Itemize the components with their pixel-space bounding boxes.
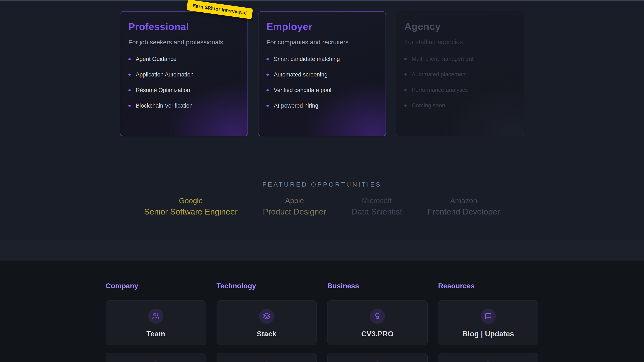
- plan-card-agency: Agency For staffing agencies Multi-clien…: [396, 11, 524, 136]
- job-role: Product Designer: [263, 206, 326, 217]
- plan-feature: Smart candidate matching: [266, 56, 378, 62]
- plan-feature: AI-powered hiring: [266, 103, 378, 109]
- award-icon: [370, 309, 385, 324]
- featured-section: FEATURED OPPORTUNITIES Google Senior Sof…: [0, 156, 644, 240]
- bullet-dot-icon: [266, 89, 269, 91]
- bullet-dot-icon: [266, 58, 269, 60]
- plan-feature: Application Automation: [128, 71, 240, 78]
- plan-feature-list: Smart candidate matching Automated scree…: [266, 56, 378, 109]
- plan-feature-list: Agent Guidance Application Automation Ré…: [128, 56, 240, 109]
- footer-card-partial[interactable]: [438, 353, 538, 362]
- plan-feature: Verified candidate pool: [266, 87, 378, 93]
- job-company: Apple: [263, 196, 326, 205]
- featured-job-google[interactable]: Google Senior Software Engineer: [144, 196, 238, 217]
- plan-subtitle: For job seekers and professionals: [128, 39, 240, 46]
- featured-job-apple[interactable]: Apple Product Designer: [263, 196, 326, 217]
- footer-column-company: Company Team: [106, 282, 206, 362]
- footer-card-label: CV3.PRO: [361, 330, 394, 338]
- bullet-dot-icon: [128, 58, 131, 60]
- bullet-dot-icon: [404, 58, 406, 60]
- footer-heading: Technology: [216, 282, 317, 290]
- plan-feature: Agent Guidance: [128, 56, 240, 62]
- plan-subtitle: For companies and recruiters: [266, 39, 378, 46]
- footer-card-cv3pro[interactable]: CV3.PRO: [327, 300, 428, 345]
- bullet-dot-icon: [404, 104, 406, 107]
- featured-job-amazon[interactable]: Amazon Frontend Developer: [428, 196, 500, 217]
- footer-column-technology: Technology Stack: [216, 282, 317, 362]
- plan-feature: Automated screening: [266, 71, 378, 78]
- footer-section: Company Team Technology Stack: [0, 261, 644, 362]
- job-role: Data Scientist: [352, 206, 402, 217]
- footer-card-partial[interactable]: [106, 353, 206, 362]
- footer-heading: Resources: [438, 282, 538, 290]
- footer-grid: Company Team Technology Stack: [106, 282, 538, 362]
- job-company: Google: [144, 196, 238, 205]
- plan-title: Professional: [128, 21, 240, 32]
- job-role: Senior Software Engineer: [144, 206, 238, 217]
- plan-title: Agency: [404, 20, 516, 32]
- bullet-dot-icon: [266, 105, 269, 107]
- bullet-dot-icon: [404, 89, 406, 91]
- footer-card-stack[interactable]: Stack: [216, 300, 317, 345]
- bullet-dot-icon: [266, 74, 269, 76]
- divider-strip: [0, 240, 644, 261]
- plan-feature: Blockchain Verification: [128, 103, 240, 109]
- footer-column-business: Business CV3.PRO: [327, 282, 428, 362]
- job-company: Microsoft: [352, 196, 402, 205]
- plan-title: Employer: [266, 21, 378, 32]
- footer-heading: Business: [327, 282, 428, 290]
- footer-card-partial[interactable]: [216, 353, 317, 362]
- plans-row: Professional For job seekers and profess…: [0, 1, 644, 136]
- plan-card-professional[interactable]: Professional For job seekers and profess…: [120, 11, 248, 136]
- footer-card-label: Team: [146, 330, 165, 338]
- plan-feature: Performance analytics: [404, 87, 516, 93]
- layers-icon: [259, 309, 274, 324]
- plan-feature: Automated placement: [404, 71, 516, 78]
- footer-column-resources: Resources Blog | Updates: [438, 282, 538, 362]
- plans-section: Earn $$$ for Interviews! Professional Fo…: [0, 0, 644, 156]
- bullet-dot-icon: [128, 105, 131, 107]
- bullet-dot-icon: [128, 89, 131, 91]
- footer-heading: Company: [106, 282, 206, 290]
- plan-subtitle: For staffing agencies: [404, 38, 516, 46]
- featured-row: Google Senior Software Engineer Apple Pr…: [0, 196, 644, 217]
- plan-card-employer[interactable]: Employer For companies and recruiters Sm…: [258, 11, 386, 136]
- message-icon: [481, 309, 496, 324]
- featured-title: FEATURED OPPORTUNITIES: [0, 181, 644, 188]
- landing-page: Earn $$$ for Interviews! Professional Fo…: [0, 0, 644, 362]
- footer-card-label: Stack: [257, 330, 276, 338]
- plan-feature: Résumé Optimization: [128, 87, 240, 93]
- job-role: Frontend Developer: [428, 206, 500, 217]
- featured-job-microsoft[interactable]: Microsoft Data Scientist: [352, 196, 402, 217]
- footer-card-team[interactable]: Team: [106, 300, 206, 345]
- footer-card-blog[interactable]: Blog | Updates: [438, 300, 538, 345]
- footer-card-label: Blog | Updates: [462, 330, 514, 338]
- bullet-dot-icon: [404, 73, 406, 76]
- bullet-dot-icon: [128, 74, 131, 76]
- plan-feature-list: Multi-client management Automated placem…: [404, 56, 516, 109]
- plan-feature: Multi-client management: [404, 56, 516, 62]
- footer-card-partial[interactable]: [327, 353, 428, 362]
- job-company: Amazon: [428, 196, 500, 205]
- users-icon: [148, 309, 163, 324]
- plan-feature: Coming soon...: [404, 102, 516, 109]
